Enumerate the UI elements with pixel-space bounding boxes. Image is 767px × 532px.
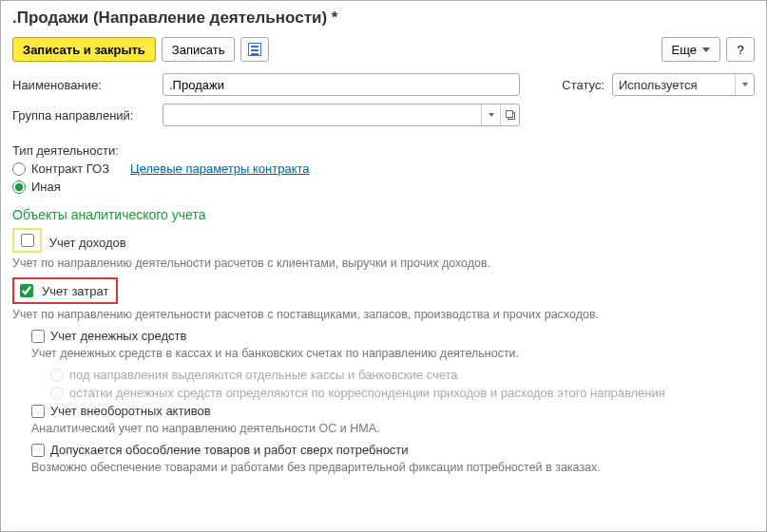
cash-hint: Учет денежных средств в кассах и на банк… — [31, 347, 755, 360]
save-close-button[interactable]: Записать и закрыть — [12, 37, 156, 62]
radio-other-label: Иная — [31, 180, 61, 194]
list-icon — [248, 43, 261, 56]
form-window: .Продажи (Направление деятельности) * За… — [0, 0, 767, 532]
cash-sub2-row: остатки денежных средств определяются по… — [50, 386, 755, 400]
status-value: Используется — [613, 74, 735, 95]
cash-sub1-row: под направления выделяются отдельные кас… — [50, 368, 755, 382]
income-highlight — [12, 228, 42, 253]
cost-checkbox[interactable] — [20, 284, 33, 297]
cash-label: Учет денежных средств — [50, 329, 186, 343]
income-checkbox[interactable] — [21, 234, 34, 247]
cost-label: Учет затрат — [42, 284, 108, 298]
radio-other[interactable] — [12, 180, 26, 194]
assets-checkbox[interactable] — [31, 405, 45, 418]
goz-params-link[interactable]: Целевые параметры контракта — [130, 162, 309, 176]
radio-goz-row: Контракт ГОЗ Целевые параметры контракта — [12, 162, 755, 176]
group-dropdown-button[interactable] — [481, 104, 500, 125]
cash-row: Учет денежных средств — [31, 329, 755, 343]
toolbar: Записать и закрыть Записать Еще ? — [12, 37, 755, 62]
group-value — [163, 104, 481, 125]
group-select[interactable] — [163, 104, 520, 126]
cash-sub1-radio — [50, 369, 64, 382]
page-title: .Продажи (Направление деятельности) * — [12, 9, 755, 28]
income-hint: Учет по направлению деятельности расчето… — [12, 256, 755, 270]
assets-row: Учет внеоборотных активов — [31, 404, 755, 418]
radio-goz[interactable] — [12, 162, 26, 176]
income-label: Учет доходов — [49, 236, 126, 250]
name-label: Наименование: — [12, 78, 155, 92]
save-button[interactable]: Записать — [162, 37, 236, 62]
group-row: Группа направлений: — [12, 104, 755, 126]
chevron-down-icon — [742, 83, 748, 86]
cash-checkbox[interactable] — [31, 330, 45, 343]
help-button[interactable]: ? — [726, 37, 755, 62]
cost-highlight: Учет затрат — [12, 277, 118, 304]
cash-sub2-radio — [50, 387, 64, 400]
status-dropdown-button[interactable] — [735, 74, 754, 95]
goods-label: Допускается обособление товаров и работ … — [50, 443, 409, 457]
open-dialog-icon — [506, 110, 515, 120]
radio-goz-label: Контракт ГОЗ — [31, 162, 109, 176]
cash-sub2-label: остатки денежных средств определяются по… — [69, 386, 665, 400]
name-input[interactable] — [163, 73, 520, 96]
goods-checkbox[interactable] — [31, 444, 45, 457]
chevron-down-icon — [702, 48, 710, 52]
chevron-down-icon — [489, 113, 494, 117]
analytics-section-title: Объекты аналитического учета — [12, 207, 755, 222]
radio-other-row: Иная — [12, 180, 755, 194]
group-open-button[interactable] — [500, 104, 519, 125]
cost-hint: Учет по направлению деятельности расчето… — [12, 308, 755, 321]
more-button[interactable]: Еще — [662, 37, 720, 62]
group-label: Группа направлений: — [12, 108, 155, 123]
goods-row: Допускается обособление товаров и работ … — [31, 443, 755, 457]
income-block: Учет доходов — [12, 228, 755, 253]
list-form-button[interactable] — [240, 37, 269, 62]
status-label: Статус: — [562, 78, 604, 92]
cash-sub1-label: под направления выделяются отдельные кас… — [69, 368, 458, 382]
activity-type-label: Тип деятельности: — [12, 143, 755, 158]
assets-hint: Аналитический учет по направлению деятел… — [31, 422, 755, 435]
assets-label: Учет внеоборотных активов — [50, 404, 211, 418]
name-row: Наименование: Статус: Используется — [12, 73, 755, 96]
cost-block: Учет затрат — [12, 277, 755, 304]
status-select[interactable]: Используется — [612, 73, 755, 96]
goods-hint: Возможно обеспечение товарами и работами… — [31, 461, 755, 474]
